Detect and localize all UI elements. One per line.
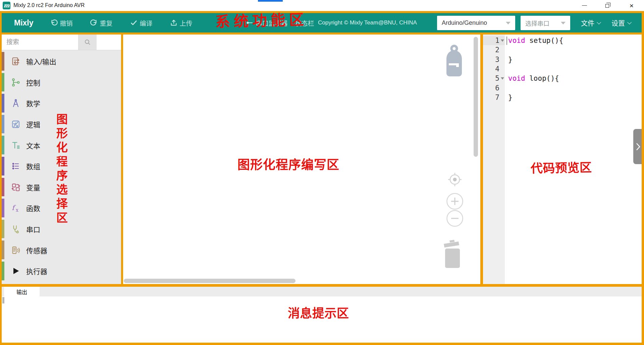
zoom-out-button[interactable]	[446, 210, 464, 228]
sidebar-item-logic[interactable]: 逻辑	[2, 114, 121, 135]
blockly-workspace[interactable]	[123, 34, 480, 284]
code-line-7[interactable]: 7}	[483, 93, 642, 102]
window-title: Mixly 2.0 rc2 For Arduino AVR	[13, 2, 85, 8]
code-text: void loop(){	[505, 74, 559, 82]
checkbox-icon	[10, 119, 21, 130]
undo-button[interactable]: 撤销	[50, 18, 73, 27]
code-line-5[interactable]: 5void loop(){	[483, 74, 642, 83]
frame-bottom-border	[0, 343, 644, 345]
redo-button[interactable]: 重复	[90, 18, 113, 27]
code-text: void setup(){	[505, 37, 563, 45]
category-label: 串口	[26, 224, 40, 234]
board-select-value: Arduino/Genuino	[442, 19, 503, 26]
category-label: 执行器	[26, 266, 47, 276]
settings-menu[interactable]: 设置	[611, 13, 630, 32]
frame-top-border	[0, 11, 644, 13]
sidebar-item-actuator[interactable]: 执行器	[2, 261, 121, 282]
port-select-value: 选择串口	[525, 19, 558, 27]
sidebar-item-function[interactable]: fx函数	[2, 198, 121, 219]
search-icon	[84, 39, 91, 46]
vertical-scrollbar[interactable]	[474, 37, 478, 157]
category-label: 输入/输出	[26, 56, 56, 66]
message-panel: 输出	[2, 287, 642, 343]
category-color-bar	[2, 115, 4, 134]
line-number: 6	[483, 83, 505, 92]
category-label: 控制	[26, 77, 40, 87]
upload-button[interactable]: 上传	[170, 18, 193, 27]
category-color-bar	[2, 157, 4, 176]
collapse-code-panel-button[interactable]	[633, 129, 642, 164]
redo-icon	[90, 19, 98, 26]
zoom-in-button[interactable]	[446, 193, 464, 211]
sidebar-item-math[interactable]: 数学	[2, 93, 121, 114]
line-number: 2	[483, 45, 505, 55]
plug-icon	[10, 224, 21, 234]
text-icon	[10, 140, 21, 151]
code-text: }	[505, 56, 513, 64]
undo-label: 撤销	[60, 18, 73, 27]
message-panel-scrollbar[interactable]	[2, 297, 4, 303]
sidebar-item-serial[interactable]: 串口	[2, 219, 121, 240]
search-button[interactable]	[78, 34, 97, 50]
trash-icon[interactable]	[442, 238, 463, 270]
fx-icon: fx	[10, 203, 21, 213]
category-label: 传感器	[26, 245, 47, 255]
horizontal-scrollbar[interactable]	[124, 279, 296, 283]
code-line-4[interactable]: 4	[483, 64, 642, 74]
category-color-bar	[2, 240, 4, 259]
status-bar-button[interactable]: 状态栏	[295, 18, 314, 27]
line-number: 5	[483, 74, 505, 83]
minimize-icon	[582, 5, 587, 6]
sidebar-item-array[interactable]: 数组	[2, 156, 121, 177]
status-bar-label: 状态栏	[295, 18, 314, 27]
sensor-icon	[10, 245, 21, 256]
io-icon	[10, 56, 21, 67]
sidebar-item-text[interactable]: 文本	[2, 135, 121, 156]
compile-label: 编译	[140, 18, 153, 27]
code-lines[interactable]: 1void setup(){23}45void loop(){67}	[483, 36, 642, 102]
line-number: 3	[483, 55, 505, 64]
file-menu[interactable]: 文件	[581, 13, 600, 32]
chevron-down-icon	[627, 20, 632, 24]
restore-button[interactable]	[599, 0, 615, 11]
mixly-menu[interactable]: Mixly	[14, 18, 34, 27]
code-line-3[interactable]: 3}	[483, 55, 642, 64]
swap-icon	[10, 182, 21, 193]
fold-arrow-icon[interactable]	[501, 77, 504, 80]
compile-button[interactable]: 编译	[130, 18, 153, 27]
zoom-reset-button[interactable]	[447, 172, 463, 189]
canvas-right-border	[480, 34, 483, 284]
category-color-bar	[2, 136, 4, 154]
sidebar-item-variable[interactable]: 变量	[2, 177, 121, 198]
sidebar-item-io[interactable]: 输入/输出	[2, 51, 121, 72]
category-color-bar	[2, 52, 4, 71]
port-select[interactable]: 选择串口	[521, 16, 570, 30]
restore-icon	[605, 4, 609, 8]
code-preview-panel: 1void setup(){23}45void loop(){67}	[483, 34, 642, 284]
tab-output[interactable]: 输出	[4, 287, 40, 296]
svg-text:x: x	[16, 207, 18, 213]
code-line-2[interactable]: 2	[483, 45, 642, 55]
sidebar-item-control[interactable]: 控制	[2, 72, 121, 93]
title-bar: m Mixly 2.0 rc2 For Arduino AVR ×	[0, 0, 644, 11]
line-number: 7	[483, 93, 505, 102]
fold-arrow-icon[interactable]	[501, 40, 504, 42]
category-label: 数学	[26, 98, 40, 108]
panel-bottom-border	[2, 284, 642, 287]
minimize-button[interactable]	[577, 0, 592, 11]
sidebar-right-border	[121, 34, 123, 284]
text-cursor	[506, 37, 507, 45]
code-line-6[interactable]: 6	[483, 83, 642, 92]
close-button[interactable]: ×	[624, 0, 639, 11]
serial-monitor-button[interactable]: 串口监视器	[246, 18, 288, 27]
compass-icon	[10, 98, 21, 109]
undo-icon	[50, 19, 58, 26]
block-category-sidebar: 输入/输出控制数学逻辑文本数组变量fx函数串口传感器执行器	[2, 34, 121, 284]
search-row	[2, 34, 121, 50]
search-input[interactable]	[2, 34, 78, 50]
board-select[interactable]: Arduino/Genuino	[437, 16, 515, 30]
backpack-icon[interactable]	[443, 45, 465, 78]
sidebar-item-sensor[interactable]: 传感器	[2, 239, 121, 261]
search-row-filler	[97, 34, 121, 50]
mixly-window: m Mixly 2.0 rc2 For Arduino AVR × Mixly …	[0, 0, 644, 345]
